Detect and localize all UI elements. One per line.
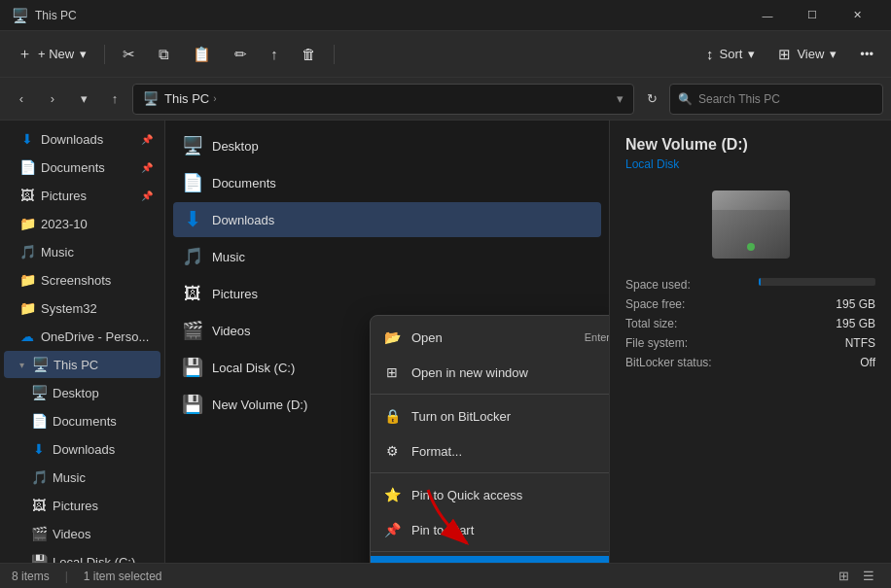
sidebar-item-music2[interactable]: 🎵 Music bbox=[4, 464, 160, 491]
space-bar-fill bbox=[759, 278, 761, 286]
screenshots-icon: 📁 bbox=[19, 272, 35, 288]
space-free-value: 195 GB bbox=[836, 297, 875, 311]
sidebar-item-2023-10[interactable]: 📁 2023-10 bbox=[4, 210, 160, 237]
bitlocker-icon: 🔒 bbox=[382, 406, 402, 426]
sidebar-item-music[interactable]: 🎵 Music bbox=[4, 238, 160, 265]
sidebar-item-downloads2[interactable]: ⬇ Downloads bbox=[4, 435, 160, 463]
view-dropdown-icon: ▾ bbox=[830, 47, 837, 61]
search-icon: 🔍 bbox=[678, 92, 693, 106]
sidebar-item-this-pc[interactable]: ▾ 🖥️ This PC bbox=[4, 351, 160, 378]
address-input[interactable]: 🖥️ This PC › ▾ bbox=[132, 84, 634, 115]
maximize-button[interactable]: ☐ bbox=[790, 0, 835, 31]
toolbar-sep-2 bbox=[334, 45, 335, 64]
pin-icon: 📌 bbox=[141, 134, 153, 145]
panel-file-system-row: File system: NTFS bbox=[625, 336, 875, 350]
file-name: Desktop bbox=[212, 139, 593, 154]
recent-button[interactable]: ▾ bbox=[70, 86, 97, 113]
address-chevron: › bbox=[213, 93, 216, 104]
paste-button[interactable]: 📋 bbox=[183, 37, 221, 72]
search-box[interactable]: 🔍 Search This PC bbox=[669, 84, 883, 115]
view-label: View bbox=[797, 47, 824, 61]
ctx-pin-to-start[interactable]: 📌 Pin to Start bbox=[371, 512, 609, 547]
view-button[interactable]: ⊞ View ▾ bbox=[768, 37, 846, 72]
back-button[interactable]: ‹ bbox=[8, 86, 35, 113]
sidebar-item-desktop[interactable]: 🖥️ Desktop bbox=[4, 379, 160, 406]
delete-button[interactable]: 🗑 bbox=[292, 37, 326, 72]
cut-button[interactable]: ✂ bbox=[113, 37, 145, 72]
ctx-label: Pin to Start bbox=[411, 523, 474, 537]
sort-button[interactable]: ↕ Sort ▾ bbox=[696, 37, 765, 72]
table-row[interactable]: 🖥️ Desktop bbox=[173, 128, 601, 163]
local-disk-c-icon: 💾 bbox=[31, 554, 47, 563]
minimize-button[interactable]: — bbox=[745, 0, 790, 31]
sidebar-item-label: 2023-10 bbox=[41, 217, 88, 231]
documents2-icon: 📄 bbox=[31, 413, 47, 429]
address-dropdown-icon[interactable]: ▾ bbox=[617, 91, 624, 106]
selected-count: 1 item selected bbox=[84, 570, 162, 583]
address-path: This PC › bbox=[164, 91, 217, 106]
toolbar-sep-1 bbox=[104, 45, 105, 64]
sidebar-item-label: Videos bbox=[53, 527, 91, 541]
rename-button[interactable]: ✏ bbox=[225, 37, 257, 72]
sidebar-item-onedrive[interactable]: ☁ OneDrive - Perso... bbox=[4, 323, 160, 350]
local-disk-c-file-icon: 💾 bbox=[181, 356, 204, 379]
ctx-turn-on-bitlocker[interactable]: 🔒 Turn on BitLocker bbox=[371, 398, 609, 433]
sidebar: ⬇ Downloads 📌 📄 Documents 📌 🖼 Pictures 📌… bbox=[0, 121, 165, 563]
panel-title: New Volume (D:) bbox=[625, 136, 875, 154]
sidebar-item-label: System32 bbox=[41, 301, 97, 316]
refresh-button[interactable]: ↻ bbox=[638, 86, 665, 113]
space-used-label: Space used: bbox=[625, 278, 691, 292]
sidebar-item-local-disk-c[interactable]: 💾 Local Disk (C:) bbox=[4, 548, 160, 563]
bitlocker-label: BitLocker status: bbox=[625, 356, 712, 369]
table-row[interactable]: 🎵 Music bbox=[173, 239, 601, 274]
videos-file-icon: 🎬 bbox=[181, 319, 204, 342]
sidebar-item-downloads-pinned[interactable]: ⬇ Downloads 📌 bbox=[4, 125, 160, 153]
system32-icon: 📁 bbox=[19, 300, 35, 316]
sidebar-item-label: Music bbox=[53, 470, 86, 485]
ctx-format[interactable]: ⚙ Format... bbox=[371, 433, 609, 468]
status-bar-right: ⊞ ☰ bbox=[833, 566, 879, 587]
ctx-pin-to-quick[interactable]: ⭐ Pin to Quick access bbox=[371, 477, 609, 512]
sidebar-item-pictures-pinned[interactable]: 🖼 Pictures 📌 bbox=[4, 182, 160, 209]
table-row[interactable]: 📄 Documents bbox=[173, 165, 601, 200]
sidebar-item-label: Local Disk (C:) bbox=[53, 555, 135, 564]
grid-view-button[interactable]: ⊞ bbox=[833, 566, 854, 587]
sidebar-item-pictures2[interactable]: 🖼 Pictures bbox=[4, 492, 160, 519]
pictures-file-icon: 🖼 bbox=[181, 282, 204, 305]
ctx-label: Pin to Quick access bbox=[411, 488, 522, 502]
table-row[interactable]: 🖼 Pictures bbox=[173, 276, 601, 311]
table-row[interactable]: ⬇ Downloads bbox=[173, 202, 601, 237]
file-name: Documents bbox=[212, 176, 593, 190]
copy-icon: ⧉ bbox=[159, 46, 169, 63]
close-button[interactable]: ✕ bbox=[835, 0, 879, 31]
sidebar-item-documents-pinned[interactable]: 📄 Documents 📌 bbox=[4, 154, 160, 181]
ctx-properties[interactable]: 📋 Properties Alt+Enter bbox=[371, 556, 609, 563]
panel-space-used-row: Space used: bbox=[625, 278, 875, 292]
new-dropdown-icon: ▾ bbox=[80, 47, 87, 61]
list-view-button[interactable]: ☰ bbox=[858, 566, 879, 587]
ctx-open[interactable]: 📂 Open Enter bbox=[371, 320, 609, 355]
sidebar-item-label: Documents bbox=[41, 160, 105, 175]
sidebar-item-documents2[interactable]: 📄 Documents bbox=[4, 407, 160, 434]
up-button[interactable]: ↑ bbox=[101, 86, 128, 113]
sidebar-item-label: Downloads bbox=[41, 132, 103, 147]
downloads-file-icon: ⬇ bbox=[181, 208, 204, 231]
file-system-value: NTFS bbox=[845, 336, 875, 350]
status-separator: | bbox=[65, 570, 68, 583]
ctx-open-new-window[interactable]: ⊞ Open in new window bbox=[371, 355, 609, 390]
sidebar-item-system32[interactable]: 📁 System32 bbox=[4, 294, 160, 322]
sidebar-item-screenshots[interactable]: 📁 Screenshots bbox=[4, 266, 160, 294]
new-volume-d-file-icon: 💾 bbox=[181, 393, 204, 416]
forward-button[interactable]: › bbox=[39, 86, 66, 113]
open-icon: 📂 bbox=[382, 328, 402, 347]
copy-button[interactable]: ⧉ bbox=[149, 37, 179, 72]
item-count: 8 items bbox=[12, 570, 50, 583]
new-button[interactable]: ＋ + New ▾ bbox=[8, 37, 96, 72]
ctx-separator-3 bbox=[371, 551, 609, 552]
share-button[interactable]: ↑ bbox=[261, 37, 288, 72]
more-button[interactable]: ••• bbox=[850, 37, 883, 72]
sidebar-item-videos[interactable]: 🎬 Videos bbox=[4, 520, 160, 547]
sidebar-item-label: Documents bbox=[53, 414, 117, 429]
pictures2-icon: 🖼 bbox=[31, 498, 47, 513]
this-pc-icon: 🖥️ bbox=[32, 357, 48, 372]
